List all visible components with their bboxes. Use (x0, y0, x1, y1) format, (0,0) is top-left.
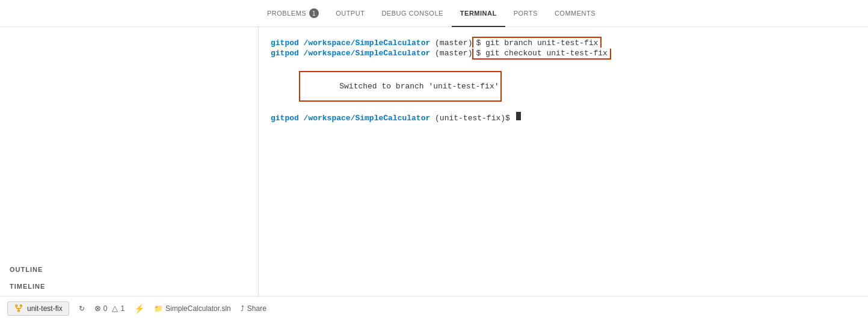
tab-comments[interactable]: COMMENTS (546, 0, 604, 27)
timeline-section: TIMELINE (0, 277, 258, 296)
warning-count: 1 (120, 304, 125, 313)
outline-label: OUTLINE (10, 266, 43, 273)
tab-comments-label: COMMENTS (555, 10, 596, 17)
line4-prefix: gitpod (271, 114, 299, 123)
tab-problems[interactable]: PROBLEMS 1 (259, 0, 327, 27)
branch-indicator[interactable]: unit-test-fix (7, 301, 69, 316)
sidebar-top (0, 27, 258, 259)
tab-output-label: OUTPUT (336, 10, 365, 17)
tab-terminal-label: TERMINAL (460, 10, 497, 17)
terminal-line-1: gitpod /workspace/SimpleCalculator (mast… (271, 37, 856, 48)
share-label: Share (247, 304, 266, 313)
error-warning-indicator[interactable]: ⊗ 0 △ 1 (94, 304, 125, 313)
tab-terminal[interactable]: TERMINAL (452, 0, 505, 27)
line4-path: /workspace/SimpleCalculator (299, 114, 430, 123)
terminal-line-3: Switched to branch 'unit-test-fix' (271, 62, 856, 111)
git-branch-icon (14, 304, 23, 313)
line1-cmd: $ git branch unit-test-fix (476, 38, 598, 48)
panel-tabs: PROBLEMS 1 OUTPUT DEBUG CONSOLE TERMINAL… (0, 0, 868, 27)
terminal-area[interactable]: gitpod /workspace/SimpleCalculator (mast… (259, 27, 868, 296)
sync-button[interactable]: ↻ (79, 304, 85, 313)
terminal-commands-group: gitpod /workspace/SimpleCalculator (mast… (271, 37, 856, 60)
line2-prefix: gitpod (271, 49, 299, 58)
share-icon: ⤴ (241, 304, 244, 313)
tab-ports[interactable]: PORTS (505, 0, 546, 27)
terminal-line-4: gitpod /workspace/SimpleCalculator (unit… (271, 112, 856, 123)
line1-branch: (master) (430, 38, 472, 48)
line3-text: Switched to branch 'unit-test-fix' (339, 82, 499, 91)
tab-problems-badge: 1 (309, 8, 319, 18)
line2-cmd: $ git checkout unit-test-fix (476, 49, 607, 58)
error-count: 0 (103, 304, 108, 313)
line1-prefix: gitpod (271, 38, 299, 48)
tab-ports-label: PORTS (514, 10, 538, 17)
line4-cmd: $ (505, 114, 515, 123)
status-bar: unit-test-fix ↻ ⊗ 0 △ 1 ⚡ 📁 SimpleCalcul… (0, 296, 868, 320)
share-button[interactable]: ⤴ Share (241, 304, 266, 313)
warning-icon: △ (112, 304, 118, 313)
timeline-label: TIMELINE (10, 283, 45, 290)
outline-section: OUTLINE (0, 259, 258, 277)
sidebar: OUTLINE TIMELINE (0, 27, 259, 296)
tab-problems-label: PROBLEMS (267, 10, 306, 17)
project-name: SimpleCalculator.sln (165, 304, 231, 313)
tab-debug-console[interactable]: DEBUG CONSOLE (373, 0, 451, 27)
tab-output[interactable]: OUTPUT (327, 0, 373, 27)
error-x-icon: ⊗ (94, 304, 101, 313)
line4-branch: (unit-test-fix) (430, 114, 505, 123)
sync-icon: ↻ (79, 304, 85, 313)
folder-icon: 📁 (154, 304, 163, 313)
project-name-item[interactable]: 📁 SimpleCalculator.sln (154, 304, 231, 313)
tab-debug-console-label: DEBUG CONSOLE (381, 10, 443, 17)
terminal-cursor (516, 112, 521, 120)
lightning-icon: ⚡ (134, 304, 144, 313)
lightning-button[interactable]: ⚡ (134, 304, 144, 313)
main-content: OUTLINE TIMELINE gitpod /workspace/Simpl… (0, 27, 868, 296)
line2-path: /workspace/SimpleCalculator (299, 49, 430, 58)
line1-path: /workspace/SimpleCalculator (299, 38, 430, 48)
line2-branch: (master) (430, 49, 472, 58)
branch-name: unit-test-fix (27, 304, 63, 313)
terminal-line-2: gitpod /workspace/SimpleCalculator (mast… (271, 49, 856, 60)
